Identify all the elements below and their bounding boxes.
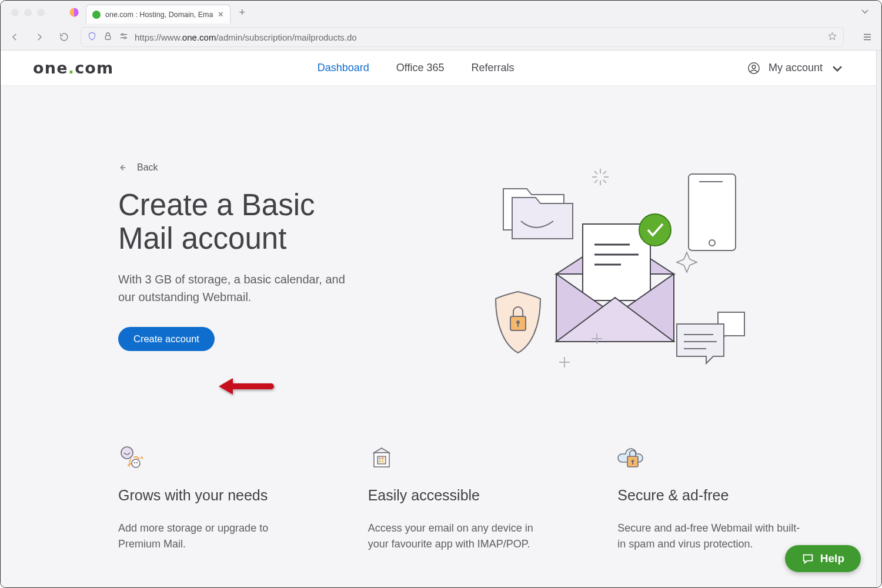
zoom-window-icon[interactable] xyxy=(37,9,45,16)
tab-strip: one.com : Hosting, Domain, Ema ✕ + xyxy=(1,1,881,24)
svg-point-2 xyxy=(122,34,123,35)
app-menu-icon[interactable] xyxy=(859,29,876,45)
close-window-icon[interactable] xyxy=(11,9,19,16)
create-account-button[interactable]: Create account xyxy=(118,327,215,351)
nav-referrals[interactable]: Referrals xyxy=(472,62,514,74)
svg-rect-40 xyxy=(379,460,380,462)
feature-accessible: Easily accessible Access your email on a… xyxy=(368,445,577,552)
svg-marker-35 xyxy=(374,448,389,453)
svg-point-33 xyxy=(134,462,135,463)
svg-line-12 xyxy=(594,180,597,183)
svg-point-32 xyxy=(132,459,140,467)
shield-icon[interactable] xyxy=(87,31,97,43)
browser-chrome: one.com : Hosting, Domain, Ema ✕ + https… xyxy=(1,1,881,51)
new-tab-button[interactable]: + xyxy=(239,6,245,19)
scrollbar[interactable] xyxy=(877,51,881,587)
hero-illustration xyxy=(386,162,844,386)
tab-overflow-icon[interactable] xyxy=(860,6,870,18)
site-header: one.com Dashboard Office 365 Referrals M… xyxy=(1,51,876,86)
svg-point-5 xyxy=(752,65,756,68)
svg-line-13 xyxy=(603,171,606,174)
nav-dashboard[interactable]: Dashboard xyxy=(318,62,369,74)
feature-secure-desc: Secure and ad-free Webmail with built-in… xyxy=(617,520,806,552)
svg-point-27 xyxy=(639,214,671,246)
back-link[interactable]: Back xyxy=(118,162,362,173)
feature-secure: Secure & ad-free Secure and ad-free Webm… xyxy=(617,445,826,552)
bookmark-icon[interactable] xyxy=(827,31,837,43)
page: one.com Dashboard Office 365 Referrals M… xyxy=(1,51,877,587)
firefox-icon xyxy=(67,5,81,19)
accessible-icon xyxy=(368,445,577,474)
svg-line-11 xyxy=(603,180,606,183)
lock-icon[interactable] xyxy=(103,31,113,43)
minimize-window-icon[interactable] xyxy=(24,9,32,16)
browser-tab[interactable]: one.com : Hosting, Domain, Ema ✕ xyxy=(86,5,230,24)
svg-rect-37 xyxy=(377,456,386,464)
feature-grows: Grows with your needs Add more storage o… xyxy=(118,445,327,552)
feature-grows-desc: Add more storage or upgrade to Premium M… xyxy=(118,520,306,552)
my-account-menu[interactable]: My account xyxy=(747,62,844,75)
svg-rect-39 xyxy=(382,457,383,459)
page-subtitle: With 3 GB of storage, a basic calendar, … xyxy=(118,270,362,306)
main-nav: Dashboard Office 365 Referrals xyxy=(318,62,514,74)
feature-secure-title: Secure & ad-free xyxy=(617,487,826,504)
feature-accessible-title: Easily accessible xyxy=(368,487,577,504)
svg-rect-38 xyxy=(379,457,380,459)
window-controls[interactable] xyxy=(5,9,51,16)
hero-left: Back Create a Basic Mail account With 3 … xyxy=(33,162,362,386)
tab-favicon-icon xyxy=(92,11,101,19)
chevron-down-icon xyxy=(831,62,844,75)
back-label: Back xyxy=(137,162,158,173)
hero-section: Back Create a Basic Mail account With 3 … xyxy=(33,86,844,386)
nav-office365[interactable]: Office 365 xyxy=(396,62,445,74)
page-body: Back Create a Basic Mail account With 3 … xyxy=(1,86,876,587)
secure-icon xyxy=(617,445,826,474)
arrow-left-icon xyxy=(118,163,126,172)
site-settings-icon[interactable] xyxy=(119,31,129,43)
page-title: Create a Basic Mail account xyxy=(118,188,362,255)
chat-icon xyxy=(801,552,814,565)
reload-button[interactable] xyxy=(56,29,72,45)
feature-accessible-desc: Access your email on any device in your … xyxy=(368,520,556,552)
user-icon xyxy=(747,62,760,75)
my-account-label: My account xyxy=(769,62,823,74)
back-button[interactable] xyxy=(6,29,23,45)
help-widget[interactable]: Help xyxy=(785,545,861,572)
forward-button[interactable] xyxy=(31,29,48,45)
svg-rect-14 xyxy=(689,174,736,250)
close-tab-icon[interactable]: ✕ xyxy=(218,10,224,19)
logo[interactable]: one.com xyxy=(33,59,113,77)
svg-rect-1 xyxy=(105,36,111,39)
svg-point-34 xyxy=(136,462,138,463)
tab-title: one.com : Hosting, Domain, Ema xyxy=(105,11,213,19)
feature-grows-title: Grows with your needs xyxy=(118,487,327,504)
svg-point-31 xyxy=(121,447,133,459)
features-section: Grows with your needs Add more storage o… xyxy=(33,445,844,552)
grows-icon xyxy=(118,445,327,474)
svg-point-3 xyxy=(124,37,126,39)
address-bar[interactable]: https://www.one.com/admin/subscription/m… xyxy=(81,27,844,47)
address-row: https://www.one.com/admin/subscription/m… xyxy=(1,24,881,50)
annotation-arrow-icon xyxy=(215,375,274,400)
help-label: Help xyxy=(820,552,844,565)
svg-line-10 xyxy=(594,171,597,174)
url-text: https://www.one.com/admin/subscription/m… xyxy=(135,32,821,42)
svg-rect-41 xyxy=(382,460,383,462)
